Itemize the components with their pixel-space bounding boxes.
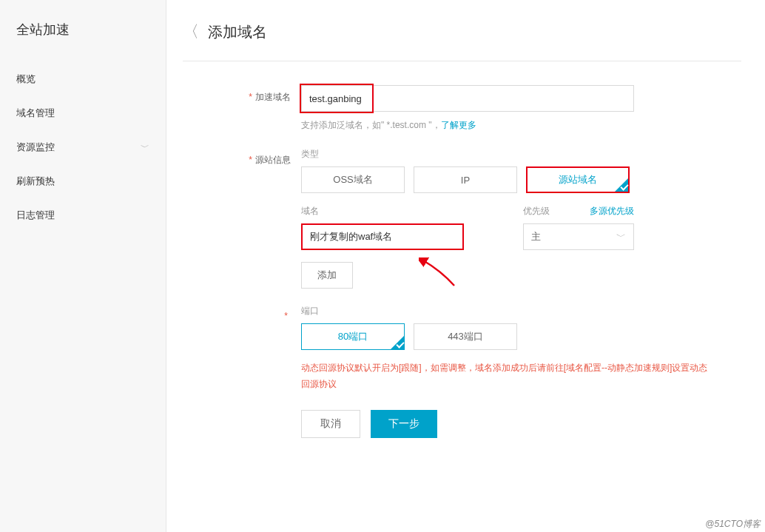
priority-selected-value: 主 bbox=[531, 230, 541, 243]
sidebar-title: 全站加速 bbox=[0, 0, 166, 62]
multi-origin-link[interactable]: 多源优先级 bbox=[590, 205, 634, 218]
row-port: * 端口 80端口 443端口 动态回源协议默认开启为[跟随]，如需调整，域名添… bbox=[183, 305, 765, 438]
label-accel-domain: *加速域名 bbox=[183, 85, 301, 132]
priority-select[interactable]: 主 ﹀ bbox=[523, 223, 634, 250]
priority-label: 优先级 bbox=[523, 205, 550, 218]
required-icon: * bbox=[249, 92, 252, 102]
port-443-button[interactable]: 443端口 bbox=[414, 323, 517, 350]
sidebar-item-log[interactable]: 日志管理 bbox=[0, 198, 166, 232]
learn-more-link[interactable]: 了解更多 bbox=[441, 120, 476, 130]
row-origin: *源站信息 类型 OSS域名 IP 源站域名 域名 bbox=[183, 148, 765, 289]
page-title: 添加域名 bbox=[208, 22, 267, 42]
chevron-down-icon: ﹀ bbox=[141, 141, 149, 154]
sidebar-item-label: 资源监控 bbox=[16, 141, 55, 154]
sidebar-item-domain[interactable]: 域名管理 bbox=[0, 96, 166, 130]
main-content: 〈 添加域名 *加速域名 支持添加泛域名，如" *.test.com "，了解更… bbox=[166, 0, 765, 532]
origin-domain-label: 域名 bbox=[301, 205, 508, 218]
selected-mark-icon bbox=[615, 178, 628, 192]
label-port: * bbox=[183, 305, 301, 438]
sidebar-item-label: 域名管理 bbox=[16, 107, 55, 120]
sidebar: 全站加速 概览 域名管理 资源监控 ﹀ 刷新预热 日志管理 bbox=[0, 0, 166, 532]
sidebar-item-refresh[interactable]: 刷新预热 bbox=[0, 164, 166, 198]
port-80-button[interactable]: 80端口 bbox=[301, 323, 405, 350]
cancel-button[interactable]: 取消 bbox=[301, 410, 360, 438]
required-icon: * bbox=[249, 155, 252, 165]
origin-type-domain[interactable]: 源站域名 bbox=[526, 166, 630, 193]
accel-domain-input[interactable] bbox=[301, 85, 634, 112]
selected-mark-icon bbox=[391, 336, 404, 349]
sidebar-item-label: 刷新预热 bbox=[16, 175, 55, 188]
page-header: 〈 添加域名 bbox=[183, 21, 741, 61]
required-icon: * bbox=[284, 311, 288, 321]
sidebar-item-label: 概览 bbox=[16, 73, 36, 86]
accel-domain-help: 支持添加泛域名，如" *.test.com "，了解更多 bbox=[301, 119, 715, 132]
chevron-down-icon: ﹀ bbox=[616, 230, 626, 243]
sidebar-item-label: 日志管理 bbox=[16, 209, 55, 222]
back-icon[interactable]: 〈 bbox=[183, 21, 199, 43]
sidebar-item-overview[interactable]: 概览 bbox=[0, 62, 166, 96]
origin-type-oss[interactable]: OSS域名 bbox=[301, 166, 405, 193]
origin-type-label: 类型 bbox=[301, 148, 715, 161]
add-origin-button[interactable]: 添加 bbox=[301, 262, 353, 289]
port-label: 端口 bbox=[301, 305, 715, 317]
sidebar-item-resource[interactable]: 资源监控 ﹀ bbox=[0, 130, 166, 164]
label-origin: *源站信息 bbox=[183, 148, 301, 289]
origin-type-ip[interactable]: IP bbox=[414, 166, 517, 193]
row-accel-domain: *加速域名 支持添加泛域名，如" *.test.com "，了解更多 bbox=[183, 85, 765, 132]
next-button[interactable]: 下一步 bbox=[371, 410, 437, 438]
origin-domain-input[interactable] bbox=[301, 223, 464, 250]
watermark: @51CTO博客 bbox=[705, 518, 761, 531]
port-warning: 动态回源协议默认开启为[跟随]，如需调整，域名添加成功后请前往[域名配置--动静… bbox=[301, 360, 715, 392]
